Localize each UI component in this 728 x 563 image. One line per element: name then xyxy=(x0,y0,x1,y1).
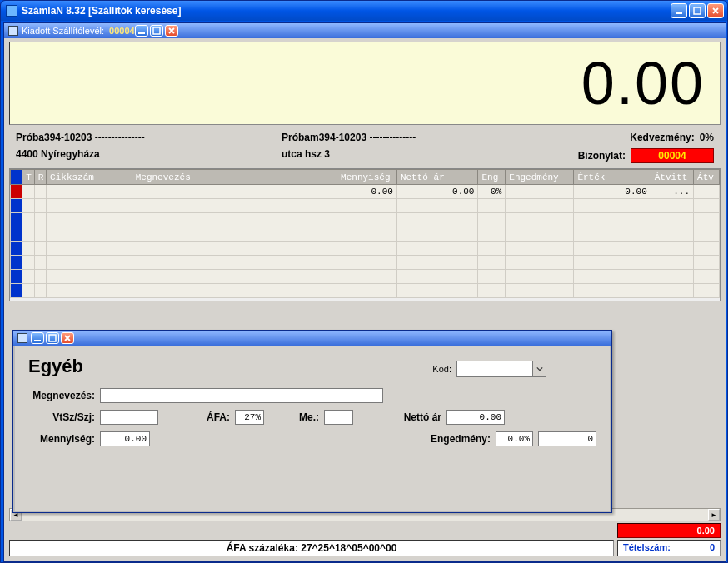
dialog-body: Egyéb Kód: Megnevezés: VtSz/Szj: xyxy=(13,346,611,512)
megnevezes-label: Megnevezés: xyxy=(28,390,95,401)
svg-rect-5 xyxy=(49,335,56,341)
grand-total-box: 0.00 xyxy=(617,523,721,538)
table-row[interactable] xyxy=(11,256,720,270)
svg-rect-1 xyxy=(694,7,701,14)
engedmeny-label: Engedmény: xyxy=(424,433,491,445)
svg-rect-0 xyxy=(676,12,682,14)
minimize-button[interactable] xyxy=(671,3,687,18)
header-info: Próba394-10203 --------------- Próbam394… xyxy=(9,130,721,168)
tetelszam-label: Tételszám: xyxy=(623,542,671,554)
app-icon xyxy=(6,5,17,17)
delivery-note-titlebar: Kiadott Szállítólevél: 00004 xyxy=(4,23,726,38)
col-mennyiseg[interactable]: Mennyiség xyxy=(337,170,397,185)
afa-input[interactable] xyxy=(235,410,264,425)
table-row[interactable] xyxy=(11,199,720,213)
dialog-titlebar[interactable] xyxy=(13,331,611,346)
cell-mennyiseg[interactable]: 0.00 xyxy=(337,185,397,199)
dialog-close-button[interactable] xyxy=(61,332,74,344)
child-window-title-number: 00004 xyxy=(109,26,135,36)
mennyiseg-input[interactable] xyxy=(100,431,150,446)
cell-atvitt[interactable]: ... xyxy=(651,185,693,199)
app-title: SzámlaN 8.32 [Szállítók keresése] xyxy=(22,5,181,17)
kedvezmeny-label: Kedvezmény: xyxy=(630,132,694,143)
mennyiseg-label: Mennyiség: xyxy=(28,433,95,445)
dialog-window-controls xyxy=(31,332,74,344)
child-window-icon xyxy=(8,26,18,36)
col-marker xyxy=(11,170,22,185)
cell-ertek[interactable]: 0.00 xyxy=(574,185,651,199)
chevron-down-icon[interactable] xyxy=(532,361,546,376)
col-eng[interactable]: Eng xyxy=(478,170,506,185)
tetelszam-box: Tételszám: 0 xyxy=(617,540,721,556)
dialog-minimize-button[interactable] xyxy=(31,332,44,344)
vtsz-label: VtSz/Szj: xyxy=(28,411,95,423)
col-atv2[interactable]: Átv xyxy=(694,170,720,185)
afa-status-bar: ÁFA százaléka: 27^25^18^05^00^00 xyxy=(9,540,614,556)
dialog-icon xyxy=(17,333,27,343)
bizonylat-label: Bizonylat: xyxy=(578,150,626,162)
row-marker-selected[interactable] xyxy=(11,185,22,199)
maximize-button[interactable] xyxy=(689,3,706,18)
child-window-title-label: Kiadott Szállítólevél: xyxy=(22,26,104,36)
bizonylat-row: Bizonylat: 00004 xyxy=(547,148,714,163)
me-input[interactable] xyxy=(324,410,353,425)
bizonylat-value: 00004 xyxy=(631,148,714,163)
partner-name-2: Próbam394-10203 -------------- xyxy=(282,132,541,143)
kedvezmeny-row: Kedvezmény: 0% xyxy=(547,132,714,143)
col-atvitt[interactable]: Átvitt xyxy=(651,170,693,185)
engedmeny-value-input[interactable] xyxy=(538,431,596,446)
app-window: SzámlaN 8.32 [Szállítók keresése] Kiadot… xyxy=(0,0,728,563)
col-engedmeny[interactable]: Engedmény xyxy=(506,170,574,185)
cell-netto[interactable]: 0.00 xyxy=(396,185,478,199)
col-megnevezes[interactable]: Megnevezés xyxy=(132,170,337,185)
megnevezes-input[interactable] xyxy=(100,388,383,403)
kod-combobox[interactable] xyxy=(456,361,546,377)
afa-label: ÁFA: xyxy=(163,411,230,423)
col-r[interactable]: R xyxy=(34,170,46,185)
child-maximize-button[interactable] xyxy=(150,25,163,37)
bottom-area: ◄ ► 0.00 ÁFA százaléka: 27^25^18^05^00^0… xyxy=(9,508,721,556)
table-row[interactable] xyxy=(11,270,720,284)
close-button[interactable] xyxy=(707,3,724,18)
total-display-value: 0.00 xyxy=(581,49,705,117)
partner-city: 4400 Nyíregyháza xyxy=(16,148,275,163)
table-row[interactable] xyxy=(11,242,720,256)
vtsz-input[interactable] xyxy=(100,410,158,425)
partner-address: utca hsz 3 xyxy=(282,148,541,163)
col-netto-ar[interactable]: Nettó ár xyxy=(396,170,478,185)
cell-eng[interactable]: 0% xyxy=(478,185,506,199)
engedmeny-pct-input[interactable] xyxy=(496,431,533,446)
table-row[interactable]: 0.00 0.00 0% 0.00 ... xyxy=(11,185,720,199)
col-ertek[interactable]: Érték xyxy=(574,170,651,185)
col-cikkszam[interactable]: Cikkszám xyxy=(47,170,132,185)
me-label: Me.: xyxy=(269,411,319,423)
table-row[interactable] xyxy=(11,284,720,298)
dialog-maximize-button[interactable] xyxy=(46,332,59,344)
child-window-controls xyxy=(135,25,178,37)
svg-rect-3 xyxy=(153,27,160,34)
partner-name: Próba394-10203 --------------- xyxy=(16,132,275,143)
grid-header-row: T R Cikkszám Megnevezés Mennyiség Nettó … xyxy=(11,170,720,185)
netto-label: Nettó ár xyxy=(358,411,441,423)
child-minimize-button[interactable] xyxy=(135,25,148,37)
kod-label: Kód: xyxy=(432,364,451,374)
egyeb-dialog: Egyéb Kód: Megnevezés: VtSz/Szj: xyxy=(12,330,612,513)
total-display-panel: 0.00 xyxy=(9,42,721,125)
tetelszam-value: 0 xyxy=(710,542,715,554)
dialog-title: Egyéb xyxy=(28,356,128,381)
app-titlebar: SzámlaN 8.32 [Szállítók keresése] xyxy=(1,1,727,21)
child-close-button[interactable] xyxy=(165,25,178,37)
col-t[interactable]: T xyxy=(22,170,34,185)
netto-input[interactable] xyxy=(446,410,505,425)
scroll-right-button[interactable]: ► xyxy=(708,509,720,521)
items-grid: T R Cikkszám Megnevezés Mennyiség Nettó … xyxy=(9,168,721,301)
table-row[interactable] xyxy=(11,213,720,227)
app-window-controls xyxy=(671,3,724,18)
table-row[interactable] xyxy=(11,227,720,242)
svg-rect-2 xyxy=(138,32,145,34)
kedvezmeny-value: 0% xyxy=(700,132,714,143)
svg-rect-4 xyxy=(34,340,41,341)
